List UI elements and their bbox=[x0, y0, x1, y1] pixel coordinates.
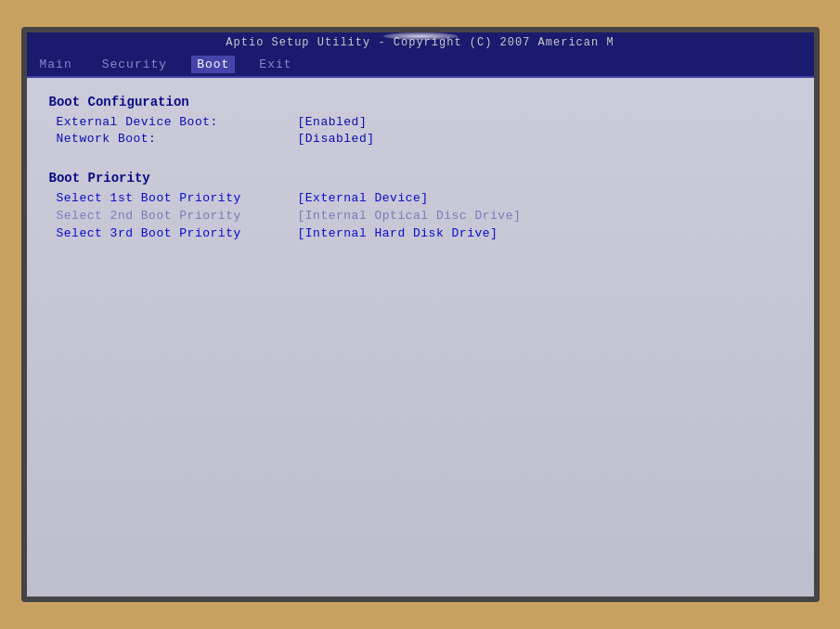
external-device-boot-row: External Device Boot: [Enabled] bbox=[49, 115, 792, 129]
boot-priority-2nd-label: Select 2nd Boot Priority bbox=[57, 209, 298, 223]
network-boot-label: Network Boot: bbox=[57, 132, 298, 146]
bios-screen: Aptio Setup Utility - Copyright (C) 2007… bbox=[21, 27, 820, 602]
boot-priority-2nd-value[interactable]: [Internal Optical Disc Drive] bbox=[298, 209, 522, 223]
menu-item-boot[interactable]: Boot bbox=[191, 56, 235, 73]
title-bar: Aptio Setup Utility - Copyright (C) 2007… bbox=[27, 32, 814, 53]
boot-priority-3rd-row: Select 3rd Boot Priority [Internal Hard … bbox=[49, 226, 792, 240]
boot-priority-3rd-value[interactable]: [Internal Hard Disk Drive] bbox=[298, 226, 498, 240]
boot-priority-2nd-row: Select 2nd Boot Priority [Internal Optic… bbox=[49, 209, 792, 223]
external-device-boot-value[interactable]: [Enabled] bbox=[298, 115, 368, 129]
boot-priority-1st-value[interactable]: [External Device] bbox=[298, 191, 429, 205]
boot-priority-1st-row: Select 1st Boot Priority [External Devic… bbox=[49, 191, 792, 205]
network-boot-row: Network Boot: [Disabled] bbox=[49, 132, 792, 146]
boot-priority-3rd-label: Select 3rd Boot Priority bbox=[57, 226, 298, 240]
boot-priority-1st-label: Select 1st Boot Priority bbox=[57, 191, 298, 205]
menu-item-security[interactable]: Security bbox=[97, 56, 173, 73]
menu-item-main[interactable]: Main bbox=[34, 56, 78, 73]
boot-config-header: Boot Configuration bbox=[49, 95, 792, 109]
network-boot-value[interactable]: [Disabled] bbox=[298, 132, 375, 146]
title-text: Aptio Setup Utility - Copyright (C) 2007… bbox=[226, 36, 614, 49]
external-device-boot-label: External Device Boot: bbox=[57, 115, 298, 129]
menu-bar: Main Security Boot Exit bbox=[27, 53, 814, 78]
spacer-1 bbox=[49, 148, 792, 158]
content-area: Boot Configuration External Device Boot:… bbox=[27, 78, 814, 597]
menu-item-exit[interactable]: Exit bbox=[253, 56, 297, 73]
boot-priority-header: Boot Priority bbox=[49, 171, 792, 186]
